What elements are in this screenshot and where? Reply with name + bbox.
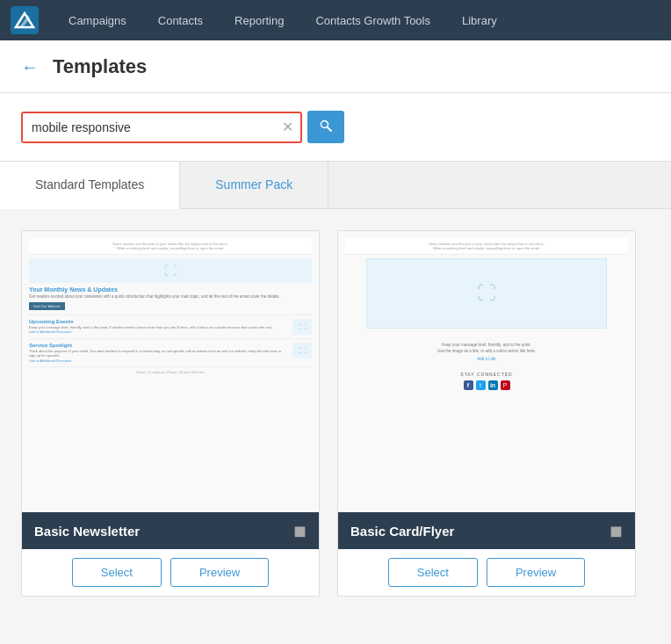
brand-logo (11, 6, 39, 34)
main-nav: Campaigns Contacts Reporting Contacts Gr… (0, 0, 671, 40)
tabs-container: Standard Templates Summer Pack (0, 162, 671, 209)
nav-growth-tools[interactable]: Contacts Growth Tools (299, 0, 446, 40)
search-area: ✕ (0, 93, 671, 161)
template-card-cardflyer: Some readers see this part of your email… (337, 230, 636, 597)
select-button-newsletter[interactable]: Select (72, 558, 162, 587)
page-header: ← Templates (0, 40, 671, 93)
template-name-newsletter: Basic Newsletter (34, 524, 140, 539)
select-button-cardflyer[interactable]: Select (388, 558, 478, 587)
preview-button-newsletter[interactable]: Preview (170, 558, 269, 587)
template-preview-cardflyer: Some readers see this part of your email… (338, 231, 635, 512)
template-card-newsletter: Some readers see this part of your email… (21, 230, 320, 597)
search-button[interactable] (307, 111, 344, 143)
nav-links: Campaigns Contacts Reporting Contacts Gr… (53, 0, 513, 40)
preview-button-cardflyer[interactable]: Preview (487, 558, 585, 587)
tab-standard-templates[interactable]: Standard Templates (0, 162, 180, 209)
svg-line-4 (328, 127, 332, 132)
nav-campaigns[interactable]: Campaigns (53, 0, 142, 40)
tab-summer-pack[interactable]: Summer Pack (180, 162, 328, 208)
template-name-cardflyer: Basic Card/Flyer (350, 524, 454, 539)
mobile-icon-cardflyer: ◼ (610, 521, 623, 540)
search-input[interactable] (23, 113, 275, 141)
template-footer-newsletter: Basic Newsletter ◼ (22, 512, 319, 549)
template-actions-newsletter: Select Preview (22, 549, 319, 596)
template-footer-cardflyer: Basic Card/Flyer ◼ (338, 512, 635, 549)
templates-grid: Some readers see this part of your email… (0, 209, 671, 618)
search-icon (320, 119, 332, 132)
template-actions-cardflyer: Select Preview (338, 549, 635, 596)
search-clear-icon[interactable]: ✕ (275, 120, 300, 134)
search-box: ✕ (21, 112, 302, 143)
nav-contacts[interactable]: Contacts (142, 0, 219, 40)
template-preview-newsletter: Some readers see this part of your email… (22, 231, 319, 512)
back-button[interactable]: ← (21, 58, 39, 76)
mobile-icon-newsletter: ◼ (293, 521, 307, 540)
page-title: Templates (53, 55, 147, 78)
nav-library[interactable]: Library (446, 0, 513, 40)
nav-reporting[interactable]: Reporting (219, 0, 299, 40)
